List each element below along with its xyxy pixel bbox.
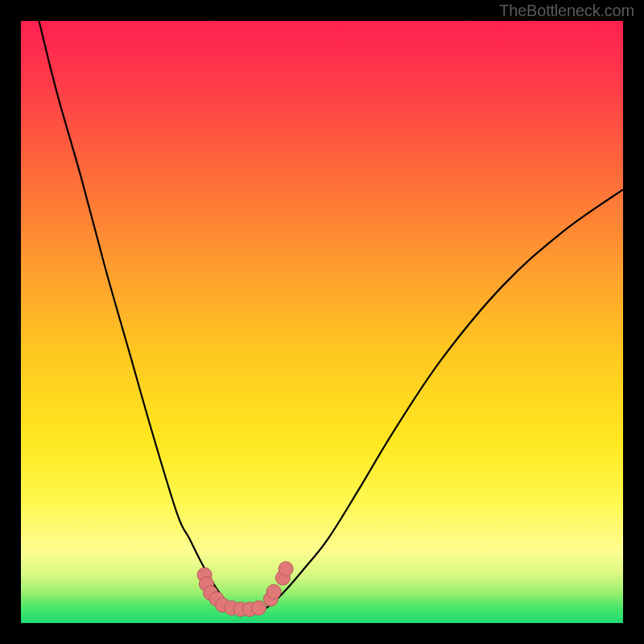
bottleneck-marker: [251, 601, 266, 615]
plot-area: [21, 21, 623, 623]
bottleneck-curve-left: [39, 21, 237, 611]
bottleneck-marker: [279, 562, 293, 576]
watermark-text: TheBottleneck.com: [499, 2, 634, 20]
outer-frame: TheBottleneck.com: [0, 0, 644, 644]
curve-canvas: [21, 21, 623, 623]
bottleneck-curve-right: [262, 189, 623, 611]
bottleneck-marker-cluster: [197, 562, 293, 617]
bottleneck-marker: [266, 584, 281, 599]
